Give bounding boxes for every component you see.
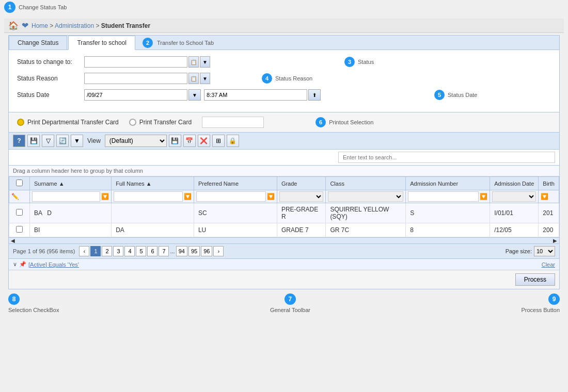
time-spinner-btn[interactable]: ⬆: [308, 89, 321, 101]
page-btn-7[interactable]: 7: [159, 246, 169, 256]
calendar-btn[interactable]: 📅: [183, 135, 196, 147]
filter-expand-icon[interactable]: ∨: [13, 261, 17, 268]
reason-annotation-label: Status Reason: [275, 75, 312, 81]
cell-surname-2: BI: [30, 223, 112, 237]
cell-admission-date-1: I/01/01: [490, 203, 539, 223]
table-row: BI DA LU GRADE 7 GR 7C 8 /12/05 200: [9, 223, 559, 237]
status-browse-btn[interactable]: 📋: [188, 56, 199, 68]
columns-btn[interactable]: ⊞: [212, 135, 225, 147]
table-container: Surname ▲ Full Names ▲ Preferred Name Gr…: [9, 176, 559, 237]
heart-icon: ❤: [22, 21, 28, 30]
status-reason-input[interactable]: [84, 73, 187, 84]
tab-change-status[interactable]: Change Status: [9, 36, 67, 50]
filter-full-names[interactable]: [114, 191, 183, 202]
view-label: View: [87, 137, 101, 144]
row-checkbox-1[interactable]: [16, 209, 23, 216]
annotation-7: 7 General Toolbar: [270, 293, 310, 313]
status-time-input[interactable]: [204, 89, 307, 101]
filter-icon-surname: 🔽: [101, 193, 109, 200]
tab1-annotation-label: Change Status Tab: [19, 4, 67, 10]
filter-grade[interactable]: [279, 191, 324, 202]
page-btn-3[interactable]: 3: [113, 246, 123, 256]
page-btn-5[interactable]: 5: [136, 246, 146, 256]
th-surname[interactable]: Surname ▲: [30, 177, 112, 190]
printout-option1[interactable]: Print Departmental Transfer Card: [17, 119, 119, 126]
page-btn-96[interactable]: 96: [201, 246, 212, 256]
status-input-group: 📋 ▼: [84, 56, 210, 68]
clear-filter-btn[interactable]: Clear: [542, 262, 555, 268]
tabs-bar: Change Status Transfer to school 2 Trans…: [9, 36, 559, 50]
main-container: Change Status Transfer to school 2 Trans…: [8, 35, 560, 289]
status-dropdown-btn[interactable]: ▼: [200, 56, 210, 68]
status-date-input-group: ▼ ⬆: [84, 89, 321, 101]
page-ellipsis: ...: [170, 248, 175, 254]
page-next-btn[interactable]: ›: [213, 246, 224, 256]
th-full-names[interactable]: Full Names ▲: [112, 177, 194, 190]
status-input[interactable]: [84, 56, 187, 68]
scroll-left-btn[interactable]: ◀: [11, 238, 15, 243]
cell-birth-1: 201: [539, 203, 559, 223]
pagination-links: ‹ 1 2 3 4 5 6 7 ... 94 95 96 ›: [79, 246, 224, 256]
filter-class[interactable]: [328, 191, 403, 202]
filter-admission-number[interactable]: [408, 191, 479, 202]
filter-icon-fullnames: 🔽: [184, 193, 192, 200]
breadcrumb: Home > Administration > Student Transfer: [31, 22, 150, 29]
cell-admission-date-2: /12/05: [490, 223, 539, 237]
process-annotation-label: Process Button: [521, 307, 560, 313]
page-btn-95[interactable]: 95: [188, 246, 200, 256]
filter-row: ✏️ 🔽 🔽 🔽 🔽 🔽: [9, 190, 559, 203]
cell-preferred-2: LU: [194, 223, 277, 237]
scroll-right-btn[interactable]: ▶: [553, 238, 557, 243]
page-prev-btn[interactable]: ‹: [79, 246, 89, 256]
filter-admission-date[interactable]: [492, 191, 536, 202]
page-btn-1[interactable]: 1: [90, 246, 101, 256]
breadcrumb-current: Student Transfer: [101, 22, 150, 29]
reason-dropdown-btn[interactable]: ▼: [200, 73, 210, 84]
more-btn[interactable]: ▼: [71, 135, 83, 147]
printout-annotation-label: Printout Selection: [329, 119, 373, 125]
status-row: Status to change to: 📋 ▼ 3 Status: [17, 56, 551, 68]
scroll-bar[interactable]: ◀ ▶: [9, 237, 559, 243]
filter-surname[interactable]: [32, 191, 100, 202]
breadcrumb-home[interactable]: Home: [31, 22, 48, 29]
page-btn-4[interactable]: 4: [124, 246, 135, 256]
filter-btn[interactable]: ▽: [42, 135, 54, 147]
refresh-btn[interactable]: 🔄: [56, 135, 69, 147]
filter-tag-text[interactable]: [Active] Equals 'Yes': [28, 262, 79, 268]
row-checkbox-2[interactable]: [16, 226, 23, 233]
help-btn[interactable]: ?: [13, 135, 25, 147]
badge-4: 4: [262, 73, 272, 84]
lock-btn[interactable]: 🔒: [227, 135, 239, 147]
filter-icon-preferred: 🔽: [267, 193, 275, 200]
drag-hint: Drag a column header here to group by th…: [9, 166, 559, 176]
cell-class-2: GR 7C: [326, 223, 406, 237]
badge-1: 1: [4, 2, 15, 13]
save-btn[interactable]: 💾: [27, 135, 40, 147]
page-btn-6[interactable]: 6: [147, 246, 157, 256]
status-annotation-label: Status: [358, 59, 374, 65]
cell-birth-2: 200: [539, 223, 559, 237]
status-date-input[interactable]: [84, 89, 187, 101]
breadcrumb-admin[interactable]: Administration: [55, 22, 94, 29]
badge-6: 6: [315, 117, 326, 127]
export-btn[interactable]: 💾: [169, 135, 181, 147]
search-input[interactable]: [338, 152, 555, 163]
filter-pin-icon[interactable]: 📌: [19, 261, 26, 268]
filter-preferred-name[interactable]: [196, 191, 266, 202]
page-size-select[interactable]: 10 25 50 100: [534, 246, 555, 256]
page-btn-94[interactable]: 94: [176, 246, 187, 256]
reason-browse-btn[interactable]: 📋: [188, 73, 199, 84]
page-btn-2[interactable]: 2: [102, 246, 112, 256]
radio-empty-icon: [129, 119, 136, 126]
process-button[interactable]: Process: [515, 273, 555, 286]
select-all-checkbox[interactable]: [16, 179, 23, 186]
delete-btn[interactable]: ❌: [198, 135, 210, 147]
process-bar: Process: [9, 270, 559, 289]
printout-option2[interactable]: Print Transfer Card: [129, 119, 192, 126]
th-preferred-name: Preferred Name: [194, 177, 277, 190]
view-select[interactable]: (Default): [105, 135, 167, 147]
cell-full-names-2: DA: [112, 223, 194, 237]
tab-transfer-to-school[interactable]: Transfer to school: [68, 36, 135, 50]
toolbar: ? 💾 ▽ 🔄 ▼ View (Default) 💾 📅 ❌ ⊞ 🔒: [9, 133, 559, 150]
date-dropdown-btn[interactable]: ▼: [188, 89, 201, 101]
